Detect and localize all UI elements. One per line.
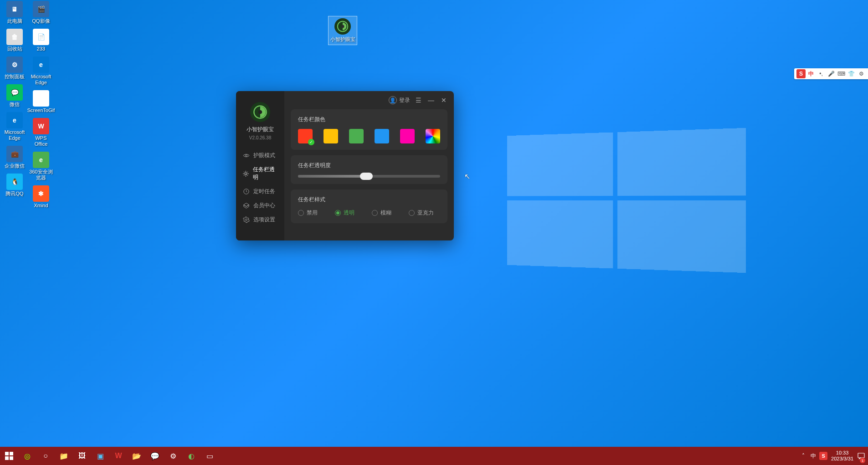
desktop-icon[interactable]: eMicrosoft Edge [2,111,27,142]
tb-image-icon[interactable]: 🖼 [73,447,91,465]
nav-item-2[interactable]: 定时任务 [236,184,284,199]
radio-style-option[interactable]: 透明 [335,209,354,217]
ime-skin-icon[interactable]: 👕 [847,69,856,78]
nav-icon [242,170,249,177]
tb-xiaozhi-icon[interactable]: ◐ [182,447,200,465]
app-icon: 🎬 [33,1,49,17]
ime-lang-toggle[interactable]: 中 [806,69,816,78]
desktop-icon[interactable]: 🐧腾讯QQ [2,173,27,198]
card-taskbar-style: 任务栏样式 禁用透明模糊亚克力 [291,189,447,223]
desktop-icon[interactable]: 🗑回收站 [2,28,27,53]
desktop-icon-xiaozhi-selected[interactable]: 小智护眼宝 [328,16,357,45]
icon-label: 企业微信 [5,163,25,169]
ime-floating-toolbar[interactable]: S 中 •, 🎤 ⌨ 👕 ⚙ [794,68,868,79]
tb-wps-icon[interactable]: W [109,447,128,465]
desktop-icon[interactable]: ⚙控制面板 [2,56,27,81]
app-icon: e [6,112,23,128]
nav-icon [242,152,250,159]
desktop-icon[interactable]: 💼企业微信 [2,145,27,170]
app-icon: e [33,56,49,73]
icon-label: 控制面板 [5,74,25,80]
card-title: 任务栏透明度 [298,162,440,169]
card-taskbar-opacity: 任务栏透明度 [291,155,447,184]
radio-dot [298,210,304,216]
desktop-icon[interactable]: e360安全浏览器 [28,151,54,182]
tb-app1-icon[interactable]: ▣ [91,447,109,465]
tray-notifications-icon[interactable]: 1 [856,447,866,465]
color-swatch[interactable] [400,129,415,143]
radio-label: 亚克力 [417,209,434,217]
app-icon: 🐧 [6,174,23,190]
desktop-icon[interactable]: 📄233 [28,28,54,53]
nav-item-3[interactable]: 会员中心 [236,199,284,213]
icon-label: 233 [37,46,45,52]
ime-keyboard-icon[interactable]: ⌨ [837,69,846,78]
tb-explorer-icon[interactable]: 📁 [55,447,73,465]
tb-wechat-icon[interactable]: 💬 [146,447,164,465]
icon-label: Xmind [34,203,48,209]
app-sidebar: 小智护眼宝 V2.0.26.38 护眼模式任务栏透明定时任务会员中心选项设置 [236,91,284,240]
slider-thumb[interactable] [360,173,373,180]
nav-item-1[interactable]: 任务栏透明 [236,163,284,184]
svg-rect-8 [5,452,9,455]
svg-point-4 [245,155,247,157]
ime-punct-icon[interactable]: •, [817,69,826,78]
radio-style-option[interactable]: 亚克力 [409,209,434,217]
nav-item-4[interactable]: 选项设置 [236,213,284,227]
tray-lang[interactable]: 中 [808,447,818,465]
desktop-icon[interactable]: S>GScreenToGif [28,89,54,114]
nav-item-0[interactable]: 护眼模式 [236,148,284,163]
color-swatch[interactable] [349,129,364,143]
tray-sogou-icon[interactable]: S [818,447,828,465]
app-icon: 💼 [6,146,23,162]
app-icon: e [33,152,49,168]
icon-label: Microsoft Edge [3,129,26,141]
login-label: 登录 [399,97,410,104]
tray-clock[interactable]: 10:33 2023/3/31 [828,450,856,462]
desktop-icon[interactable]: eMicrosoft Edge [28,56,54,87]
tb-folder-icon[interactable]: 📂 [128,447,146,465]
svg-rect-12 [858,453,864,458]
start-button[interactable] [0,447,18,465]
app-title: 小智护眼宝 [247,126,274,133]
desktop-icon[interactable]: 🖥此电脑 [2,0,27,25]
tb-360browser-icon[interactable]: ◎ [18,447,36,465]
minimize-button[interactable]: — [426,96,436,105]
svg-point-7 [245,219,247,221]
close-button[interactable]: ✕ [439,96,448,105]
menu-button[interactable]: ☰ [414,96,423,105]
sogou-logo-icon[interactable]: S [796,69,806,78]
radio-style-option[interactable]: 禁用 [298,209,318,217]
nav-label: 定时任务 [253,188,275,195]
nav-icon [242,202,250,210]
taskbar[interactable]: ◎ ○ 📁 🖼 ▣ W 📂 💬 ⚙ ◐ ▭ ˄ 中 S 10:33 2023/3… [0,447,868,465]
tray-chevron-icon[interactable]: ˄ [798,447,808,465]
nav-label: 护眼模式 [253,152,275,159]
ime-voice-icon[interactable]: 🎤 [827,69,836,78]
app-icon: 📄 [33,29,49,45]
system-tray: ˄ 中 S 10:33 2023/3/31 1 [798,447,868,465]
nav-icon [242,216,250,224]
tray-date: 2023/3/31 [831,456,853,462]
desktop-icon[interactable]: WWPS Office [28,117,54,148]
color-swatch[interactable] [324,129,338,143]
card-title: 任务栏样式 [298,196,440,204]
app-logo-icon [334,18,351,35]
tb-cortana-icon[interactable]: ○ [36,447,55,465]
desktop-icon[interactable]: ✱Xmind [28,184,54,210]
color-swatch-custom[interactable] [426,129,440,143]
tb-settings-icon[interactable]: ⚙ [164,447,182,465]
app-main: 👤 登录 ☰ — ✕ 任务栏颜色 ✓ 任务栏透明度 [284,91,454,240]
color-swatch[interactable]: ✓ [298,129,313,143]
app-logo-icon [250,102,270,122]
desktop-icon[interactable]: 💬微信 [2,83,27,108]
svg-rect-10 [5,456,9,460]
login-button[interactable]: 👤 登录 [389,96,410,104]
opacity-slider[interactable] [298,175,440,178]
tb-taskview-icon[interactable]: ▭ [200,447,219,465]
desktop-icon[interactable]: 🎬QQ影像 [28,0,54,25]
radio-style-option[interactable]: 模糊 [372,209,391,217]
radio-label: 模糊 [380,209,391,217]
color-swatch[interactable] [375,129,389,143]
ime-tools-icon[interactable]: ⚙ [857,69,866,78]
